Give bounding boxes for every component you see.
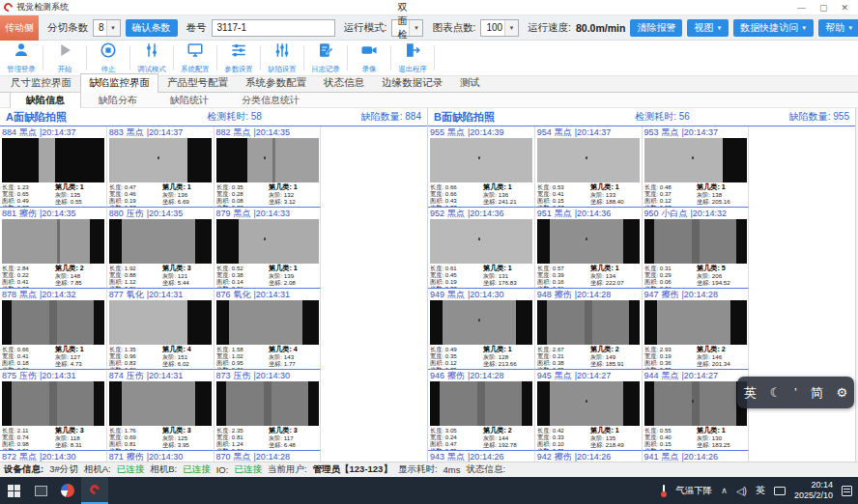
moon-icon[interactable]: ☾ <box>770 385 782 400</box>
visual-inspection-app: 视觉检测系统 — ▢ ✕ 传动侧 分切条数 8 ▼ 确认条数 卷号 运行模式: … <box>0 0 858 504</box>
defect-width: 宽度: 0.81 <box>216 434 267 440</box>
tab-system-params[interactable]: 系统参数配置 <box>237 73 315 92</box>
defect-cell[interactable]: 879 黑点 |20:14:33 长度: 0.52 宽度: 0.38 面积: 0… <box>214 208 322 289</box>
tab-test[interactable]: 测试 <box>451 73 489 92</box>
defect-image <box>2 138 104 182</box>
volume-icon[interactable]: ◁) <box>736 486 747 496</box>
defect-time: |20:14:37 <box>682 127 718 137</box>
slit-count-select[interactable]: 8 ▼ <box>93 19 121 37</box>
ime-punctuation-toggle[interactable]: ’ <box>794 385 797 400</box>
debug-mode-button[interactable]: 调试模式 <box>130 41 173 75</box>
defect-cell[interactable]: 875 压伤 |20:14:31 长度: 2.11 宽度: 0.74 面积: 0… <box>0 370 107 451</box>
defect-time: |20:14:39 <box>468 127 503 137</box>
ime-english-toggle[interactable]: 英 <box>744 384 757 402</box>
defect-type: 黑点 <box>19 126 37 139</box>
param-settings-button[interactable]: 参数设置 <box>217 41 260 75</box>
clear-alarm-button[interactable]: 清除报警 <box>630 19 682 37</box>
admin-login-button[interactable]: 管理登录 <box>0 41 43 75</box>
help-menu-button[interactable]: 帮助▼ <box>818 19 858 37</box>
monitor-icon <box>186 42 204 63</box>
chevron-down-icon: ▼ <box>409 20 422 36</box>
defect-cell[interactable]: 946 擦伤 |20:14:28 长度: 3.05 宽度: 0.24 面积: 0… <box>428 370 535 451</box>
stop-button[interactable]: 停止 <box>87 41 129 75</box>
tab-product-model[interactable]: 产品型号配置 <box>158 73 237 92</box>
chart-points-select[interactable]: 100 ▼ <box>480 19 519 37</box>
start-button[interactable]: 开始 <box>43 41 86 75</box>
defect-cell[interactable]: 874 压伤 |20:14:31 长度: 1.76 宽度: 0.69 面积: 0… <box>107 370 214 451</box>
data-shortcut-menu-button[interactable]: 数据快捷访问▼ <box>733 19 814 37</box>
defect-cell[interactable]: 883 黑点 |20:14:37 长度: 0.47 宽度: 0.46 面积: 0… <box>107 126 214 208</box>
taskbar-clock[interactable]: 20:14 2025/2/10 <box>794 480 833 501</box>
defect-class: 第几类: 1 <box>697 427 743 434</box>
tab-edge-data[interactable]: 边缘数据记录 <box>373 73 451 92</box>
defect-class: 第几类: 2 <box>697 346 743 353</box>
defect-cell[interactable]: 873 压伤 |20:14:30 长度: 2.35 宽度: 0.81 面积: 1… <box>214 370 322 451</box>
defect-time: |20:14:28 <box>682 290 718 299</box>
drive-side-button[interactable]: 传动侧 <box>0 15 39 41</box>
run-mode-select[interactable]: 双面检测 ▼ <box>391 19 423 37</box>
defect-cell[interactable]: 947 擦伤 |20:14:28 长度: 2.93 宽度: 0.19 面积: 0… <box>643 289 750 370</box>
view-menu-button[interactable]: 视图▼ <box>687 19 729 37</box>
tab-status-info[interactable]: 状态信息 <box>315 73 373 92</box>
task-view-button[interactable] <box>27 477 54 504</box>
keyboard-icon[interactable] <box>774 487 786 495</box>
defect-cell[interactable]: 949 黑点 |20:14:30 长度: 0.49 宽度: 0.35 面积: 0… <box>428 289 535 370</box>
defect-cell[interactable]: 954 黑点 |20:14:37 长度: 0.53 宽度: 0.41 面积: 0… <box>535 126 643 208</box>
defect-length: 长度: 3.05 <box>430 427 480 434</box>
windows-taskbar: 气温下降 ∧ ◁) 英 20:14 2025/2/10 <box>0 477 858 504</box>
defect-image <box>2 219 104 264</box>
confirm-count-button[interactable]: 确认条数 <box>126 19 178 37</box>
defect-cell[interactable]: 950 小白点 |20:14:32 长度: 0.31 宽度: 0.29 面积: … <box>643 208 750 289</box>
defect-cell[interactable]: 953 黑点 |20:14:37 长度: 0.48 宽度: 0.37 面积: 0… <box>643 126 750 208</box>
tray-expander[interactable]: ∧ <box>721 486 728 495</box>
panel-a-title: A面缺陷拍照 <box>6 110 163 125</box>
defect-cell[interactable]: 876 氧化 |20:14:31 长度: 1.58 宽度: 1.02 面积: 0… <box>214 289 322 370</box>
defect-cell[interactable]: 877 氧化 |20:14:31 长度: 1.35 宽度: 0.96 面积: 0… <box>107 289 214 370</box>
defect-settings-button[interactable]: 缺陷设置 <box>261 41 303 75</box>
subtab-defect-info[interactable]: 缺陷信息 <box>10 92 81 109</box>
defect-cell[interactable]: 944 黑点 |20:14:27 长度: 0.55 宽度: 0.40 面积: 0… <box>643 370 750 451</box>
defect-cell[interactable]: 948 擦伤 |20:14:28 长度: 2.67 宽度: 0.21 面积: 0… <box>535 289 643 370</box>
defect-image <box>216 381 319 426</box>
defect-class: 第几类: 2 <box>590 346 637 353</box>
notification-center-icon[interactable] <box>842 486 852 496</box>
defect-image <box>537 138 640 182</box>
system-config-button[interactable]: 系统配置 <box>174 41 216 75</box>
defect-type: 压伤 <box>19 370 37 382</box>
defect-cell[interactable]: 951 黑点 |20:14:36 长度: 0.57 宽度: 0.39 面积: 0… <box>535 208 643 289</box>
tab-defect-monitor[interactable]: 缺陷监控界面 <box>80 73 158 93</box>
start-button[interactable] <box>0 477 27 504</box>
tab-size-monitor[interactable]: 尺寸监控界面 <box>2 73 80 92</box>
defect-cell[interactable]: 878 黑点 |20:14:32 长度: 0.66 宽度: 0.41 面积: 0… <box>0 289 107 370</box>
weather-text[interactable]: 气温下降 <box>675 485 712 497</box>
defect-cell[interactable]: 945 黑点 |20:14:27 长度: 0.42 宽度: 0.33 面积: 0… <box>535 370 643 451</box>
thermometer-icon[interactable] <box>661 485 667 497</box>
defect-type: 擦伤 <box>447 370 465 382</box>
ime-simplified-toggle[interactable]: 简 <box>811 384 823 402</box>
inspection-app-taskbar-button[interactable] <box>81 477 108 504</box>
defect-width: 宽度: 0.45 <box>430 271 480 278</box>
record-video-button[interactable]: 录像 <box>348 41 390 75</box>
defect-time: |20:14:37 <box>575 127 611 137</box>
defect-cell[interactable]: 952 黑点 |20:14:36 长度: 0.61 宽度: 0.45 面积: 0… <box>428 208 535 289</box>
roll-no-input[interactable] <box>212 19 335 37</box>
log-record-button[interactable]: 日志记录 <box>304 41 347 75</box>
close-button[interactable]: ✕ <box>841 3 848 13</box>
subtab-defect-distribution[interactable]: 缺陷分布 <box>83 93 153 108</box>
input-language-indicator[interactable]: 英 <box>756 484 765 497</box>
defect-cell[interactable]: 955 黑点 |20:14:39 长度: 0.66 宽度: 0.66 面积: 0… <box>428 126 535 208</box>
defect-type: 黑点 <box>662 126 679 139</box>
defect-cell[interactable]: 882 黑点 |20:14:35 长度: 0.35 宽度: 0.28 面积: 0… <box>214 126 322 208</box>
exit-program-button[interactable]: 退出程序 <box>391 41 434 75</box>
minimize-button[interactable]: — <box>797 3 806 13</box>
defect-cell[interactable]: 884 黑点 |20:14:37 长度: 1.23 宽度: 0.65 面积: 0… <box>0 126 107 208</box>
browser-taskbar-button[interactable] <box>54 477 81 504</box>
defect-type: 黑点 <box>447 289 465 301</box>
subtab-class-info-stats[interactable]: 分类信息统计 <box>226 93 315 108</box>
defect-time: |20:14:31 <box>40 371 75 380</box>
gear-icon[interactable]: ⚙ <box>836 385 847 400</box>
maximize-button[interactable]: ▢ <box>819 3 828 13</box>
defect-cell[interactable]: 881 擦伤 |20:14:35 长度: 2.84 宽度: 0.22 面积: 0… <box>0 208 107 289</box>
defect-cell[interactable]: 880 压伤 |20:14:35 长度: 1.92 宽度: 0.88 面积: 1… <box>107 208 214 289</box>
subtab-defect-stats[interactable]: 缺陷统计 <box>155 93 224 108</box>
